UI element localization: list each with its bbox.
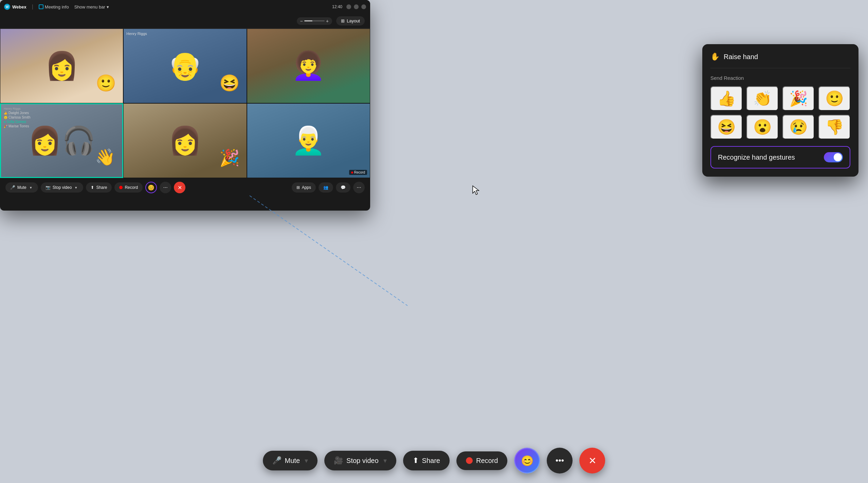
emoji-party[interactable]: 🎉	[782, 86, 814, 111]
emoji-grid: 👍 👏 🎉 🙂 😆 😮 😢 👎	[710, 86, 850, 139]
large-mute-dropdown-icon[interactable]: ▾	[305, 457, 308, 465]
layout-button[interactable]: ⊞ Layout	[336, 16, 365, 25]
large-more-icon: •••	[556, 456, 564, 465]
emoji-thumbs-down[interactable]: 👎	[818, 115, 850, 139]
end-call-icon: ✕	[178, 184, 182, 191]
webex-window: W Webex | Meeting info Show menu bar ▾ 1…	[0, 0, 370, 211]
record-icon	[119, 186, 123, 189]
zoom-in-button[interactable]: +	[326, 19, 329, 23]
mute-button[interactable]: 🎤 Mute ▾	[5, 182, 38, 193]
large-reactions-button[interactable]: 😊	[514, 448, 540, 473]
raise-hand-row[interactable]: ✋ Raise hand	[710, 52, 850, 68]
more-right-button[interactable]: ···	[353, 182, 365, 193]
zoom-control[interactable]: − +	[297, 17, 332, 25]
record-label: Record	[125, 185, 138, 190]
more-dots-icon: ···	[163, 184, 167, 191]
participant-name-2: Henry Riggs	[126, 32, 147, 36]
emoji-sad[interactable]: 😢	[782, 115, 814, 139]
large-mute-label: Mute	[285, 457, 300, 465]
meeting-info-label: Meeting info	[45, 4, 69, 10]
video-cell-1: 👩 🙂	[0, 29, 123, 103]
apps-icon: ⊞	[296, 185, 300, 190]
participant-name-henry: Henry Riggs	[4, 107, 30, 110]
share-icon: ⬆	[91, 185, 94, 190]
chat-button[interactable]: 💬	[336, 182, 350, 193]
video-cell-2: 👴 😆 Henry Riggs	[123, 29, 247, 103]
record-badge-6: Record	[349, 170, 367, 175]
share-button[interactable]: ⬆ Share	[86, 182, 112, 193]
large-stop-video-button[interactable]: 🎥 Stop video ▾	[324, 451, 396, 470]
app-logo: W Webex	[4, 4, 26, 10]
bottom-controls-bar: 🎤 Mute ▾ 📷 Stop video ▾ ⬆ Share Record 😊…	[0, 178, 370, 197]
emoji-thumbs-up[interactable]: 👍	[710, 86, 742, 111]
more-options-button[interactable]: ···	[160, 182, 171, 193]
window-controls	[346, 4, 366, 9]
stop-video-dropdown-icon[interactable]: ▾	[74, 185, 78, 190]
zoom-slider[interactable]	[304, 20, 325, 21]
title-bar-right: 12:40	[332, 4, 366, 9]
close-window-button[interactable]	[361, 4, 366, 9]
emoji-clap[interactable]: 👏	[746, 86, 778, 111]
recognize-gestures-row[interactable]: Recognize hand gestures	[710, 146, 850, 168]
emoji-wow[interactable]: 😮	[746, 115, 778, 139]
clock: 12:40	[332, 4, 342, 9]
large-end-call-button[interactable]: ✕	[579, 448, 605, 473]
stop-video-button[interactable]: 📷 Stop video ▾	[41, 182, 84, 193]
large-record-button[interactable]: Record	[456, 451, 507, 470]
recognize-gestures-toggle[interactable]	[824, 152, 843, 162]
sofia-name-label: Sofia Gomez	[6, 120, 26, 124]
mouse-cursor	[472, 185, 480, 196]
app-name: Webex	[12, 4, 26, 10]
reactions-popup: ✋ Raise hand Send Reaction 👍 👏 🎉 🙂 😆 😮 😢…	[702, 44, 858, 177]
large-microphone-icon: 🎤	[272, 456, 282, 465]
emoji-smile[interactable]: 🙂	[818, 86, 850, 111]
participants-button[interactable]: 👥	[319, 182, 333, 193]
video-cell-4: 👩‍🎧 👋 Henry Riggs 👍 Dwight Jones 🙂 Clari…	[0, 103, 123, 178]
end-call-button[interactable]: ✕	[174, 182, 185, 193]
video-emoji-1: 🙂	[96, 74, 116, 93]
apps-button[interactable]: ⊞ Apps	[292, 182, 316, 193]
shield-icon	[39, 4, 43, 9]
large-share-label: Share	[422, 457, 440, 465]
layout-grid-icon: ⊞	[341, 18, 345, 23]
emoji-laugh[interactable]: 😆	[710, 115, 742, 139]
video-cell-6: 👨‍🦳 Record	[247, 103, 370, 178]
large-more-button[interactable]: •••	[547, 448, 573, 473]
show-menu-label: Show menu bar	[74, 4, 105, 10]
recognize-gestures-label: Recognize hand gestures	[718, 154, 795, 161]
participant-sofia: ● Sofia Gomez	[4, 120, 30, 124]
record-button[interactable]: Record	[114, 182, 143, 193]
webex-icon: W	[4, 4, 10, 10]
person-silhouette-6: 👨‍🦳	[247, 104, 370, 178]
svg-line-0	[250, 196, 408, 306]
participant-marise: 🎉 Marise Torres	[4, 124, 30, 128]
large-stop-video-dropdown-icon[interactable]: ▾	[383, 457, 387, 465]
maximize-button[interactable]	[354, 4, 359, 9]
mute-dropdown-icon[interactable]: ▾	[29, 185, 33, 190]
video-grid: 👩 🙂 👴 😆 Henry Riggs 👩‍🦱 👩‍🎧 👋	[0, 29, 370, 178]
participant-clarissa: 🙂 Clarissa Smith	[4, 115, 30, 119]
marise-name-label: Marise Torres	[8, 124, 29, 128]
video-emoji-4: 👋	[95, 148, 115, 167]
video-emoji-2: 😆	[219, 74, 240, 93]
zoom-out-button[interactable]: −	[300, 19, 303, 23]
reactions-button[interactable]: 😊	[145, 182, 157, 193]
minimize-button[interactable]	[346, 4, 351, 9]
show-menu-button[interactable]: Show menu bar ▾	[74, 4, 109, 10]
mute-label: Mute	[17, 185, 26, 190]
share-label: Share	[96, 185, 107, 190]
video-cell-3: 👩‍🦱	[247, 29, 370, 103]
layout-label: Layout	[347, 18, 360, 23]
large-controls-bar: 🎤 Mute ▾ 🎥 Stop video ▾ ⬆ Share Record 😊…	[0, 448, 868, 473]
chevron-down-icon: ▾	[107, 4, 109, 10]
title-bar: W Webex | Meeting info Show menu bar ▾ 1…	[0, 0, 370, 14]
large-mute-button[interactable]: 🎤 Mute ▾	[263, 451, 318, 470]
large-share-button[interactable]: ⬆ Share	[403, 451, 450, 470]
separator: |	[32, 4, 33, 10]
large-end-call-icon: ✕	[589, 455, 596, 466]
send-reaction-label: Send Reaction	[710, 75, 850, 81]
record-dot-icon	[351, 172, 353, 174]
meeting-info-button[interactable]: Meeting info	[39, 4, 69, 10]
record-badge-label: Record	[354, 171, 365, 174]
participants-icon: 👥	[323, 185, 328, 190]
